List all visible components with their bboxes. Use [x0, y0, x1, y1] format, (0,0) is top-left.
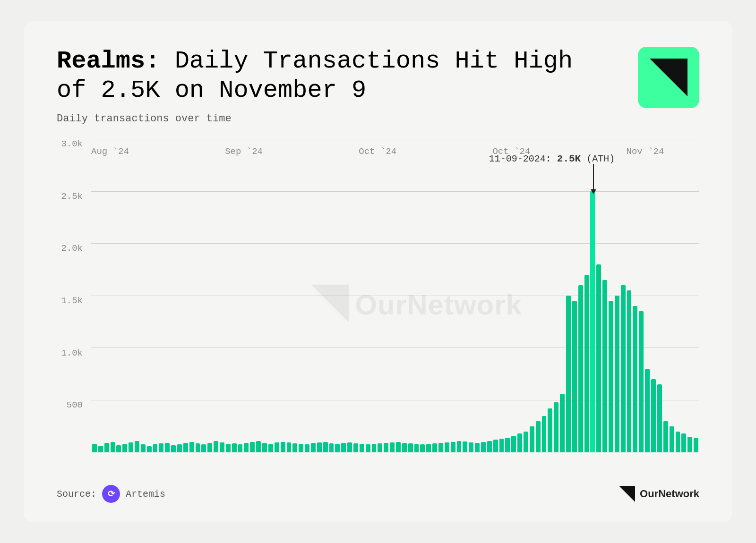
bar: [670, 426, 674, 452]
chart-inner: 3.0k2.5k2.0k1.5k1.0k500: [57, 139, 699, 470]
bar: [153, 444, 158, 452]
bar: [487, 441, 492, 452]
footer-brand-name: OurNetwork: [640, 488, 699, 500]
bar: [287, 442, 292, 452]
bar: [226, 444, 231, 452]
bar: [536, 421, 541, 452]
bar: [524, 432, 528, 452]
bar: [159, 443, 163, 452]
bar: [426, 444, 431, 452]
bar: [207, 443, 212, 452]
bar: [609, 301, 613, 452]
bar: [694, 438, 698, 452]
bar: [481, 442, 486, 452]
bar: [414, 444, 419, 452]
x-axis-label: Oct `24: [492, 146, 530, 157]
bar: [165, 443, 170, 452]
bar: [347, 442, 352, 452]
brand-logo-icon: [650, 59, 687, 96]
bar: [560, 394, 565, 452]
title-bold: Realms:: [57, 47, 160, 75]
x-axis: Aug `24Sep `24Oct `24Oct `24Nov `24: [91, 139, 699, 157]
bar: [451, 442, 455, 452]
main-card: Realms: Daily Transactions Hit High of 2…: [24, 21, 732, 522]
bar: [687, 437, 692, 452]
bar: [262, 443, 267, 452]
bar: [366, 444, 370, 452]
bar: [98, 446, 103, 452]
bar: [554, 402, 558, 452]
bar: [135, 441, 139, 452]
bar: [256, 441, 261, 452]
bar: [505, 438, 510, 452]
bar: [390, 442, 395, 452]
bar: [469, 442, 473, 452]
bar: [645, 369, 650, 452]
bar: [633, 306, 637, 452]
bar: [299, 444, 303, 452]
bars-container: [91, 139, 699, 452]
bar: [590, 191, 595, 452]
chart-body: OurNetwork 11-09-2024: 2.5K (ATH) Aug `2…: [91, 139, 699, 470]
brand-logo-box: [638, 47, 699, 108]
bar: [141, 444, 146, 452]
bar: [621, 285, 626, 452]
y-axis-label: 2.0k: [61, 243, 83, 254]
bar: [681, 433, 686, 452]
bar: [432, 443, 437, 452]
source-row: Source: ⟳ Artemis: [57, 485, 165, 503]
bar: [292, 443, 297, 452]
bar: [463, 441, 467, 452]
bar: [602, 280, 607, 452]
bar: [663, 421, 668, 452]
bar: [122, 444, 127, 452]
bar: [438, 443, 443, 452]
artemis-logo: ⟳: [102, 485, 120, 503]
bar: [566, 296, 571, 452]
footer: Source: ⟳ Artemis OurNetwork: [57, 479, 699, 503]
bar: [335, 444, 340, 452]
source-name: Artemis: [126, 489, 165, 500]
x-axis-label: Aug `24: [91, 146, 129, 157]
x-axis-label: Oct `24: [359, 146, 396, 157]
x-axis-label: Nov `24: [627, 146, 664, 157]
bar: [657, 384, 662, 452]
bar: [311, 443, 316, 452]
bar: [542, 416, 547, 452]
chart-subtitle: Daily transactions over time: [57, 113, 699, 125]
bar: [92, 444, 97, 452]
y-axis-label: 1.0k: [61, 348, 83, 358]
bar: [238, 444, 243, 452]
x-labels: Aug `24Sep `24Oct `24Oct `24Nov `24: [91, 139, 699, 157]
bar: [220, 442, 224, 452]
bar: [378, 443, 382, 452]
chart-area: 3.0k2.5k2.0k1.5k1.0k500: [57, 139, 699, 470]
bar: [596, 264, 601, 452]
bar: [548, 408, 552, 452]
bar: [111, 442, 115, 452]
bar: [268, 444, 273, 452]
bar: [177, 444, 182, 452]
bar: [420, 444, 425, 452]
bar: [323, 442, 328, 452]
bar: [116, 445, 121, 452]
bar: [499, 439, 504, 452]
bar: [384, 443, 388, 452]
bar: [639, 311, 644, 452]
bar: [281, 442, 285, 452]
bar: [360, 444, 364, 452]
bar: [627, 290, 632, 452]
bar: [244, 443, 249, 452]
bar: [275, 442, 279, 452]
bar: [189, 442, 194, 452]
bar: [372, 444, 377, 452]
bar: [615, 296, 619, 452]
bar: [457, 441, 462, 452]
bar: [408, 443, 413, 452]
y-axis-label: 1.5k: [61, 296, 83, 306]
bar: [493, 440, 498, 452]
bar: [183, 443, 188, 452]
bar: [305, 444, 309, 452]
y-axis-label: 2.5k: [61, 191, 83, 202]
bar: [317, 442, 322, 452]
